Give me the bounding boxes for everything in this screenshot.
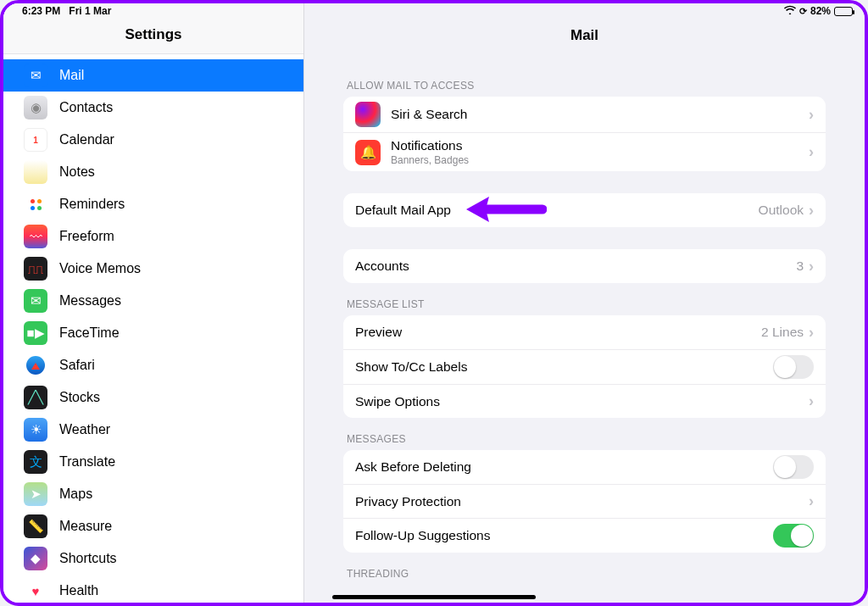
sidebar-item-label: Notes	[59, 164, 95, 180]
group-messages: Ask Before Deleting Privacy Protection ›…	[343, 450, 826, 553]
sidebar-item-label: Weather	[59, 422, 110, 437]
freeform-icon: 〰	[24, 225, 47, 248]
row-default-mail-app[interactable]: Default Mail App Outlook ›	[343, 193, 826, 227]
safari-icon	[24, 353, 47, 377]
group-accounts: Accounts 3 ›	[343, 249, 826, 283]
sidebar-item-label: Calendar	[59, 132, 114, 147]
sidebar-list[interactable]: ✉︎ Mail ◉ Contacts 1 Calendar Notes Remi…	[3, 54, 303, 603]
contacts-icon: ◉	[24, 96, 47, 120]
row-value: Outlook	[759, 203, 804, 218]
toggle-show-tocc[interactable]	[773, 355, 814, 379]
section-header-messages: MESSAGES	[347, 433, 826, 445]
toggle-follow-up[interactable]	[773, 524, 814, 548]
row-label: Preview	[355, 325, 761, 340]
sidebar-item-label: Reminders	[59, 197, 125, 212]
row-swipe-options[interactable]: Swipe Options ›	[343, 384, 826, 418]
sidebar-item-freeform[interactable]: 〰 Freeform	[3, 220, 303, 253]
sidebar-item-notes[interactable]: Notes	[3, 156, 303, 188]
sidebar-item-label: Contacts	[59, 100, 113, 115]
sidebar-item-safari[interactable]: Safari	[3, 349, 303, 381]
row-privacy-protection[interactable]: Privacy Protection ›	[343, 484, 826, 518]
mail-icon: ✉︎	[24, 64, 47, 87]
sidebar-item-reminders[interactable]: Reminders	[3, 188, 303, 220]
calendar-icon: 1	[24, 128, 47, 152]
notifications-icon: 🔔	[355, 140, 381, 165]
row-label: Ask Before Deleting	[355, 459, 773, 475]
voice-memos-icon: ⎍⎍	[24, 257, 47, 281]
group-access: Siri & Search › 🔔 Notifications Banners,…	[343, 97, 826, 171]
row-ask-before-deleting[interactable]: Ask Before Deleting	[343, 450, 826, 484]
sidebar-item-measure[interactable]: 📏 Measure	[3, 510, 303, 542]
sidebar-item-calendar[interactable]: 1 Calendar	[3, 124, 303, 156]
row-label: Siri & Search	[391, 107, 809, 122]
chevron-right-icon: ›	[809, 324, 814, 342]
toggle-ask-delete[interactable]	[773, 455, 814, 479]
battery-icon	[834, 7, 853, 16]
notes-icon	[24, 160, 47, 184]
row-follow-up[interactable]: Follow-Up Suggestions	[343, 518, 826, 553]
status-time: 6:23 PM	[22, 5, 60, 17]
settings-sidebar: Settings ✉︎ Mail ◉ Contacts 1 Calendar N…	[3, 3, 304, 603]
chevron-right-icon: ›	[809, 258, 814, 275]
sidebar-item-health[interactable]: ♥︎ Health	[3, 575, 303, 603]
group-default-app: Default Mail App Outlook ›	[343, 193, 826, 227]
facetime-icon: ■▶	[24, 321, 47, 345]
home-indicator[interactable]	[332, 595, 536, 599]
row-label: Swipe Options	[355, 394, 809, 409]
sidebar-item-translate[interactable]: 文 Translate	[3, 446, 303, 478]
chevron-right-icon: ›	[809, 392, 814, 410]
status-date: Fri 1 Mar	[69, 5, 111, 17]
sidebar-item-shortcuts[interactable]: ◆ Shortcuts	[3, 542, 303, 575]
row-label: Default Mail App	[355, 203, 759, 218]
sidebar-item-stocks[interactable]: ╱╲ Stocks	[3, 381, 303, 414]
health-icon: ♥︎	[24, 579, 47, 603]
row-notifications[interactable]: 🔔 Notifications Banners, Badges ›	[343, 132, 826, 171]
sidebar-item-messages[interactable]: ✉︎ Messages	[3, 285, 303, 317]
sidebar-title: Settings	[125, 26, 181, 43]
messages-icon: ✉︎	[24, 289, 47, 313]
section-header-threading: THREADING	[347, 568, 826, 580]
row-siri-search[interactable]: Siri & Search ›	[343, 97, 826, 132]
weather-icon: ☀︎	[24, 418, 47, 442]
row-label: Notifications	[391, 138, 809, 153]
row-show-tocc[interactable]: Show To/Cc Labels	[343, 349, 826, 384]
row-value: 3	[796, 259, 804, 274]
row-accounts[interactable]: Accounts 3 ›	[343, 249, 826, 283]
maps-icon: ➤	[24, 482, 47, 506]
status-bar: 6:23 PM Fri 1 Mar ⟳ 82%	[3, 3, 865, 20]
sidebar-item-facetime[interactable]: ■▶ FaceTime	[3, 317, 303, 349]
sidebar-item-voice-memos[interactable]: ⎍⎍ Voice Memos	[3, 253, 303, 285]
sidebar-item-label: FaceTime	[59, 325, 120, 341]
chevron-right-icon: ›	[809, 106, 814, 124]
sidebar-item-label: Freeform	[59, 229, 114, 244]
row-label: Accounts	[355, 259, 796, 274]
sidebar-item-contacts[interactable]: ◉ Contacts	[3, 92, 303, 124]
wifi-icon	[784, 5, 796, 17]
sidebar-item-label: Measure	[59, 519, 112, 534]
sidebar-item-maps[interactable]: ➤ Maps	[3, 478, 303, 510]
chevron-right-icon: ›	[809, 202, 814, 220]
sidebar-item-mail[interactable]: ✉︎ Mail	[3, 59, 303, 92]
translate-icon: 文	[24, 450, 47, 474]
group-message-list: Preview 2 Lines › Show To/Cc Labels Swip…	[343, 315, 826, 418]
mail-settings-detail: Mail ALLOW MAIL TO ACCESS Siri & Search …	[304, 3, 865, 603]
detail-title: Mail	[570, 27, 598, 44]
row-preview[interactable]: Preview 2 Lines ›	[343, 315, 826, 349]
section-header-message-list: MESSAGE LIST	[347, 298, 826, 310]
sidebar-item-label: Maps	[59, 486, 92, 502]
sidebar-item-label: Health	[59, 583, 98, 598]
stocks-icon: ╱╲	[24, 386, 47, 409]
row-label: Follow-Up Suggestions	[355, 528, 773, 543]
sidebar-item-label: Messages	[59, 293, 121, 309]
row-value: 2 Lines	[761, 325, 804, 340]
orientation-lock-icon: ⟳	[799, 6, 807, 17]
sidebar-item-weather[interactable]: ☀︎ Weather	[3, 414, 303, 446]
sidebar-item-label: Translate	[59, 454, 115, 470]
section-header-access: ALLOW MAIL TO ACCESS	[347, 80, 826, 92]
sidebar-item-label: Stocks	[59, 390, 100, 405]
chevron-right-icon: ›	[809, 492, 814, 510]
shortcuts-icon: ◆	[24, 547, 47, 570]
battery-text: 82%	[810, 5, 831, 17]
row-sublabel: Banners, Badges	[391, 154, 809, 166]
siri-icon	[355, 102, 381, 127]
